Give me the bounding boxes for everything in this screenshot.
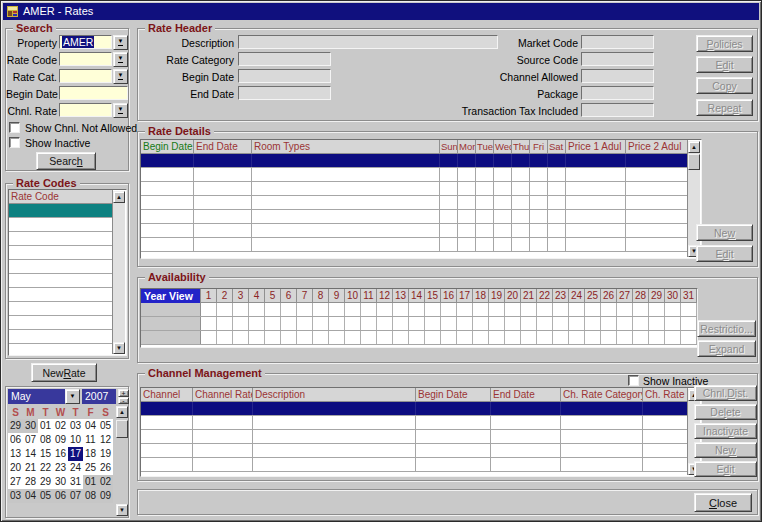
channel-show-inactive-checkbox[interactable] [628,375,639,386]
column-header[interactable]: Wed [494,140,512,154]
column-header[interactable]: Channel [141,388,193,402]
calendar-day[interactable]: 20 [8,461,23,475]
column-header[interactable]: Begin Date [416,388,491,402]
availability-row[interactable] [141,303,697,317]
year-increment-button[interactable]: + [118,389,129,397]
calendar-scrollbar-thumb[interactable] [116,420,128,438]
header-edit-button[interactable]: Edit [696,56,753,73]
calendar-day[interactable]: 08 [83,489,98,503]
rate-cat-lov-button[interactable]: ▼ [113,69,128,84]
rate-details-row[interactable] [141,196,688,210]
rate-code-field[interactable] [59,52,112,66]
calendar-day[interactable]: 26 [98,461,113,475]
calendar-day[interactable]: 18 [83,447,98,461]
inactivate-button[interactable]: Inactivate [694,423,757,439]
column-header[interactable]: Room Types [252,140,440,154]
rate-code-row[interactable] [9,232,113,246]
calendar-day[interactable]: 01 [38,419,53,433]
availability-row[interactable] [141,331,697,345]
calendar-scroll-up-icon[interactable]: ▲ [116,406,128,418]
rate-details-new-button[interactable]: New [696,224,753,241]
begin-date-field[interactable] [59,86,128,100]
column-header[interactable]: Begin Date [141,140,194,154]
rate-code-row[interactable] [9,316,113,330]
chnl-rate-lov-button[interactable]: ▼ [113,103,128,118]
column-header[interactable]: Ch. Rate Category [561,388,643,402]
year-view-header[interactable]: Year View [141,289,201,303]
close-button[interactable]: Close [694,493,752,512]
rate-code-row[interactable] [9,302,113,316]
header-begin-date-field[interactable] [238,69,331,83]
rate-code-row[interactable] [9,218,113,232]
calendar-day[interactable]: 05 [38,489,53,503]
show-chnl-not-allowed-checkbox[interactable] [9,122,20,133]
scroll-up-icon[interactable]: ▲ [113,191,125,203]
calendar-day[interactable]: 09 [53,433,68,447]
column-header[interactable]: Thu [512,140,530,154]
calendar-day[interactable]: 14 [23,447,38,461]
rate-code-lov-button[interactable]: ▼ [113,52,128,67]
rate-cat-field[interactable] [59,69,112,83]
rate-details-row[interactable] [141,168,688,182]
calendar-day[interactable]: 16 [53,447,68,461]
calendar-day[interactable]: 28 [23,475,38,489]
chnl-rate-field[interactable] [59,103,112,117]
column-header[interactable]: Mon [458,140,476,154]
calendar-day[interactable]: 06 [53,489,68,503]
column-header[interactable]: End Date [194,140,252,154]
calendar-day[interactable]: 25 [83,461,98,475]
column-header[interactable]: Tue [476,140,494,154]
calendar-day[interactable]: 04 [83,419,98,433]
column-header[interactable]: Channel Rate [193,388,253,402]
calendar-day[interactable]: 07 [23,433,38,447]
new-rate-button[interactable]: New Rate [31,363,97,382]
rate-details-row-selected[interactable] [141,154,688,168]
channel-row[interactable] [141,444,688,458]
calendar-day[interactable]: 03 [8,489,23,503]
calendar-day[interactable]: 11 [83,433,98,447]
channel-row-selected[interactable] [141,402,688,416]
scrollbar-thumb[interactable] [688,154,700,170]
channel-row[interactable] [141,430,688,444]
column-header[interactable]: Ch. Rate Level [643,388,688,402]
column-header[interactable]: Price 2 Adul [626,140,688,154]
year-decrement-button[interactable]: - [118,397,129,404]
rate-details-row[interactable] [141,238,688,252]
column-header[interactable]: Sat [548,140,566,154]
rate-details-row[interactable] [141,224,688,238]
rate-code-row[interactable] [9,274,113,288]
search-button[interactable]: Search [36,152,96,170]
chnl-dist-button[interactable]: Chnl. Dist. [694,385,757,401]
rate-code-row[interactable] [9,260,113,274]
source-code-field[interactable] [581,52,654,66]
column-header[interactable]: Fri [530,140,548,154]
calendar-day[interactable]: 22 [38,461,53,475]
show-inactive-checkbox[interactable] [9,137,20,148]
calendar-day[interactable]: 05 [98,419,113,433]
rate-code-row[interactable] [9,288,113,302]
calendar-day[interactable]: 04 [23,489,38,503]
delete-button[interactable]: Delete [694,404,757,420]
calendar-day[interactable]: 02 [53,419,68,433]
calendar-day[interactable]: 30 [53,475,68,489]
calendar-day[interactable]: 27 [8,475,23,489]
channel-row[interactable] [141,458,688,472]
rate-code-row[interactable] [9,246,113,260]
calendar-scroll-down-icon[interactable]: ▼ [116,504,128,516]
calendar-day-selected[interactable]: 17 [68,447,83,461]
transaction-tax-field[interactable] [581,103,654,117]
market-code-field[interactable] [581,35,654,49]
calendar-day[interactable]: 29 [8,419,23,433]
calendar-day[interactable]: 29 [38,475,53,489]
rate-category-field[interactable] [238,52,331,66]
calendar-day[interactable]: 03 [68,419,83,433]
calendar-day[interactable]: 21 [23,461,38,475]
copy-button[interactable]: Copy [696,77,753,94]
calendar-day[interactable]: 06 [8,433,23,447]
availability-row[interactable] [141,317,697,331]
header-end-date-field[interactable] [238,86,331,100]
expand-button[interactable]: Expand [697,340,756,357]
package-field[interactable] [581,86,654,100]
rate-codes-scrollbar[interactable]: ▲ ▼ [112,191,125,354]
calendar-day[interactable]: 10 [68,433,83,447]
